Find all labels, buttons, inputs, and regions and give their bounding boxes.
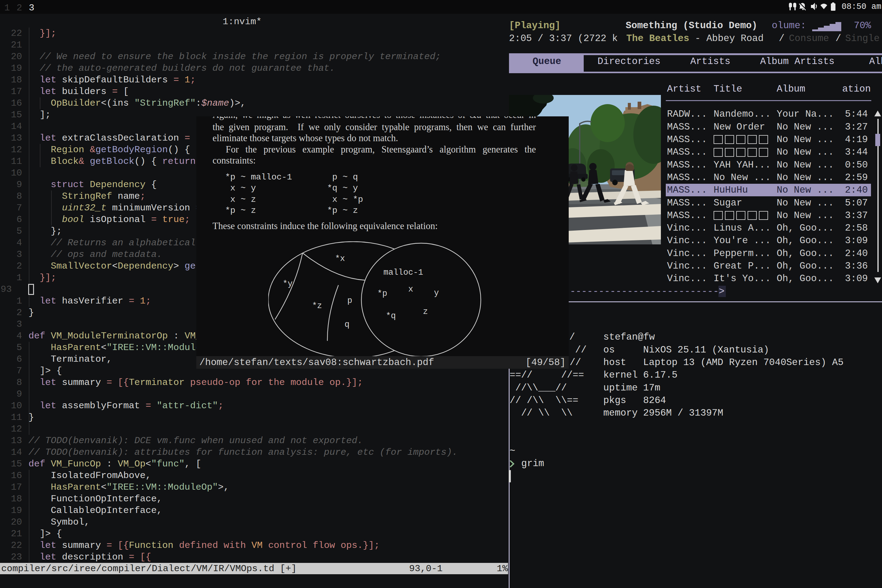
svg-text:*p: *p (377, 289, 387, 298)
svg-text:y: y (434, 288, 439, 298)
svg-text:p: p (347, 296, 352, 305)
svg-text:*z: *z (312, 302, 322, 310)
svg-text:z: z (423, 307, 428, 316)
svg-text:*q: *q (386, 312, 396, 321)
svg-text:x: x (408, 285, 413, 294)
svg-text:*x: *x (335, 254, 345, 263)
svg-text:*y: *y (283, 279, 292, 288)
svg-text:q: q (345, 320, 350, 329)
svg-text:malloc-1: malloc-1 (383, 268, 423, 277)
